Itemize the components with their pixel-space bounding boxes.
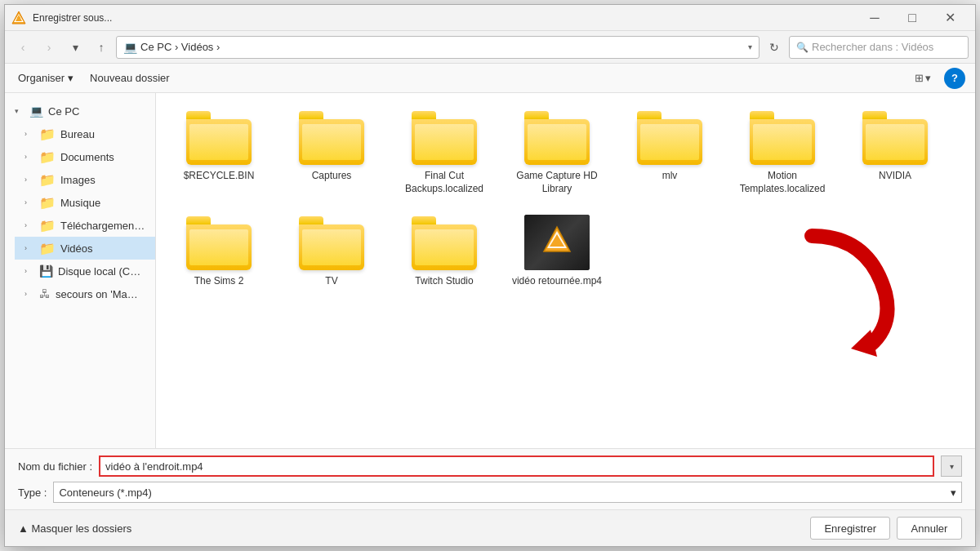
up-button[interactable]: ↑ [90, 36, 113, 59]
file-item-gamecapture[interactable]: Game Capture HD Library [504, 103, 610, 202]
expand-icon: › [24, 153, 34, 161]
cancel-button[interactable]: Annuler [897, 517, 962, 540]
organize-button[interactable]: Organiser ▾ [15, 68, 77, 89]
hide-folders-button[interactable]: ▲ Masquer les dossiers [18, 522, 131, 535]
folder-icon: 📁 [39, 149, 56, 165]
file-area: $RECYCLE.BIN Captures Final Cut Backups.… [156, 93, 975, 448]
file-name: Captures [312, 170, 352, 183]
forward-button[interactable]: › [38, 36, 60, 59]
sidebar: ▾ 💻 Ce PC › 📁 Bureau › 📁 Documents › 📁 [5, 93, 156, 448]
bottom-bar: Nom du fichier : ▾ Type : Conteneurs (*.… [5, 448, 975, 509]
titlebar-buttons: ─ □ ✕ [856, 5, 969, 31]
file-item-finalcut[interactable]: Final Cut Backups.localized [391, 103, 497, 202]
sidebar-label: Musique [60, 197, 100, 209]
address-dropdown-icon[interactable]: ▾ [748, 42, 752, 51]
svg-marker-7 [851, 330, 877, 357]
file-item-tv[interactable]: TV [278, 208, 385, 295]
save-button[interactable]: Enregistrer [810, 517, 890, 540]
vlc-icon [541, 224, 573, 262]
file-name: $RECYCLE.BIN [184, 170, 255, 183]
file-item-nvidia[interactable]: NVIDIA [842, 103, 948, 202]
sidebar-label: Bureau [60, 128, 95, 140]
file-name: Final Cut Backups.localized [394, 170, 494, 195]
expand-icon: › [24, 290, 34, 298]
search-placeholder: Rechercher dans : Vidéos [812, 41, 933, 53]
file-name: Twitch Studio [415, 275, 473, 288]
expand-icon: › [24, 130, 34, 138]
search-box[interactable]: 🔍 Rechercher dans : Vidéos [789, 36, 969, 59]
expand-icon: › [24, 244, 34, 252]
organize-chevron-icon: ▾ [68, 72, 74, 84]
actions-toolbar: Organiser ▾ Nouveau dossier ⊞ ▾ ? [5, 64, 975, 93]
file-name: TV [325, 275, 337, 288]
sidebar-label: Documents [60, 151, 114, 163]
save-dialog: Enregistrer sous... ─ □ ✕ ‹ › ▾ ↑ 💻 Ce P… [4, 4, 976, 547]
file-item-video[interactable]: vidéo retournée.mp4 [504, 208, 610, 295]
footer-bar: ▲ Masquer les dossiers Enregistrer Annul… [5, 509, 975, 546]
view-button[interactable]: ⊞ ▾ [911, 68, 934, 89]
file-item-motion[interactable]: Motion Templates.localized [729, 103, 835, 202]
back-button[interactable]: ‹ [11, 36, 34, 59]
expand-icon: › [24, 176, 34, 184]
sidebar-item-cepc[interactable]: ▾ 💻 Ce PC [5, 100, 155, 122]
file-name: vidéo retournée.mp4 [512, 275, 602, 288]
view-chevron-icon: ▾ [925, 72, 931, 84]
address-bar[interactable]: 💻 Ce PC › Vidéos › ▾ [116, 36, 760, 59]
filename-dropdown-button[interactable]: ▾ [941, 455, 962, 477]
close-button[interactable]: ✕ [931, 5, 969, 31]
sidebar-label: Vidéos [60, 242, 93, 255]
sidebar-item-bureau[interactable]: › 📁 Bureau [15, 122, 155, 145]
minimize-button[interactable]: ─ [856, 5, 893, 31]
sidebar-item-secours[interactable]: › 🖧 secours on 'Ma… [15, 282, 155, 305]
folder-icon: 📁 [39, 218, 56, 233]
vlc-icon [11, 11, 26, 25]
sidebar-item-musique[interactable]: › 📁 Musique [15, 191, 155, 214]
organize-label: Organiser [18, 72, 65, 84]
file-item-mlv[interactable]: mlv [617, 103, 723, 202]
file-item-sims2[interactable]: The Sims 2 [166, 208, 272, 295]
file-grid: $RECYCLE.BIN Captures Final Cut Backups.… [166, 103, 965, 295]
sidebar-label: Téléchargemen… [60, 220, 145, 232]
computer-icon: 💻 [29, 104, 43, 118]
search-icon: 🔍 [796, 42, 808, 53]
computer-icon: 💻 [123, 41, 137, 54]
folder-icon: 📁 [39, 127, 56, 142]
action-buttons: Enregistrer Annuler [810, 517, 962, 540]
file-name: Motion Templates.localized [733, 170, 832, 195]
sidebar-item-telechargements[interactable]: › 📁 Téléchargemen… [15, 214, 155, 237]
sidebar-label: secours on 'Ma… [56, 288, 138, 300]
help-button[interactable]: ? [944, 68, 965, 89]
sidebar-item-disque[interactable]: › 💾 Disque local (C… [15, 260, 155, 282]
folder-icon: 📁 [39, 195, 56, 211]
sidebar-item-images[interactable]: › 📁 Images [15, 168, 155, 191]
titlebar: Enregistrer sous... ─ □ ✕ [5, 5, 975, 31]
filename-input[interactable] [99, 455, 934, 477]
file-item-twitch[interactable]: Twitch Studio [391, 208, 497, 295]
filename-row: Nom du fichier : ▾ [18, 455, 962, 477]
refresh-button[interactable]: ↻ [763, 36, 786, 59]
new-folder-button[interactable]: Nouveau dossier [87, 68, 173, 89]
file-item-captures[interactable]: Captures [278, 103, 385, 202]
folder-icon: 📁 [39, 241, 56, 256]
type-row: Type : Conteneurs (*.mp4) ▾ [18, 482, 962, 503]
file-name: mlv [662, 170, 678, 183]
expand-icon: › [24, 221, 34, 229]
address-text: Ce PC › Vidéos › [140, 41, 745, 53]
file-item-recycle[interactable]: $RECYCLE.BIN [166, 103, 272, 202]
sidebar-section: › 📁 Bureau › 📁 Documents › 📁 Images › 📁 [15, 122, 155, 305]
view-icon: ⊞ [915, 72, 924, 84]
folder-icon: 📁 [39, 172, 56, 188]
type-value: Conteneurs (*.mp4) [59, 487, 151, 499]
sidebar-item-label: Ce PC [48, 105, 79, 118]
dropdown-button[interactable]: ▾ [64, 36, 87, 59]
expand-icon: › [24, 198, 34, 207]
main-content: ▾ 💻 Ce PC › 📁 Bureau › 📁 Documents › 📁 [5, 93, 975, 448]
type-select[interactable]: Conteneurs (*.mp4) ▾ [53, 482, 962, 503]
sidebar-item-documents[interactable]: › 📁 Documents [15, 145, 155, 168]
maximize-button[interactable]: □ [893, 5, 931, 31]
sidebar-label: Images [60, 174, 96, 186]
type-dropdown-icon: ▾ [951, 487, 956, 499]
sidebar-item-videos[interactable]: › 📁 Vidéos [15, 237, 155, 260]
dialog-title: Enregistrer sous... [33, 12, 856, 24]
file-name: NVIDIA [879, 170, 911, 183]
